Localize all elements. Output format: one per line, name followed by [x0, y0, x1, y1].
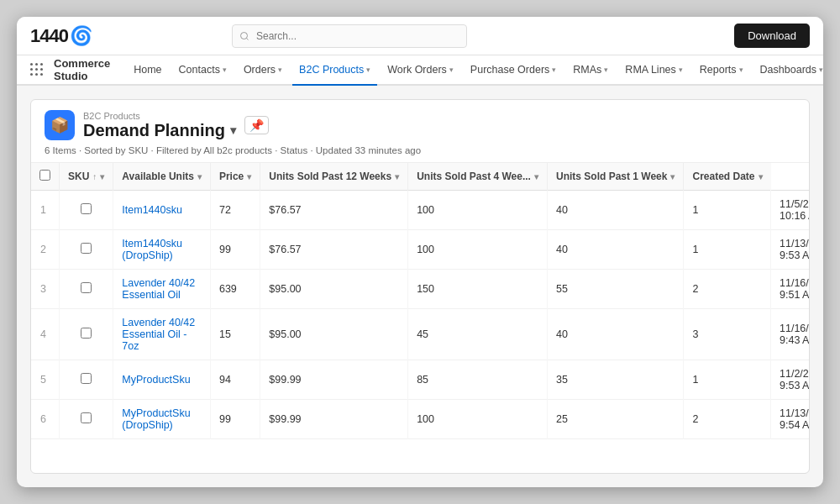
table-row: 4 Lavender 40/42 Essential Oil - 7oz 15 … — [31, 309, 809, 360]
row-checkbox-cell[interactable] — [60, 230, 113, 270]
table-row: 3 Lavender 40/42 Essential Oil 639 $95.0… — [31, 270, 809, 309]
page-title-text: Demand Planning — [83, 121, 225, 140]
cell-sku[interactable]: MyProductSku (DropShip) — [113, 400, 211, 439]
row-checkbox-cell[interactable] — [60, 400, 113, 439]
cell-price: $99.99 — [260, 360, 408, 400]
navbar: Commerce Studio Home Contacts ▾ Orders ▾… — [17, 55, 823, 86]
sku-link[interactable]: MyProductSku — [122, 374, 190, 386]
nav-brand: Commerce Studio — [54, 57, 110, 82]
cell-sku[interactable]: Item1440sku — [113, 191, 211, 230]
sku-link[interactable]: MyProductSku (DropShip) — [122, 407, 190, 431]
th-units-1w-label: Units Sold Past 1 Week — [556, 171, 668, 182]
cell-units-12w: 100 — [408, 230, 548, 270]
nav-item-work-orders[interactable]: Work Orders ▾ — [381, 55, 460, 86]
cell-units-1w: 1 — [684, 191, 771, 230]
row-number: 1 — [31, 191, 60, 230]
table-body: 1 Item1440sku 72 $76.57 100 40 1 11/5/20… — [31, 191, 809, 439]
cell-units-4w: 40 — [547, 191, 684, 230]
row-checkbox-cell[interactable] — [60, 270, 113, 309]
th-price-chevron[interactable]: ▾ — [247, 172, 251, 181]
download-button[interactable]: Download — [734, 24, 810, 48]
th-units-12w-label: Units Sold Past 12 Weeks — [269, 171, 391, 182]
cell-units-12w: 100 — [408, 400, 548, 439]
cell-sku[interactable]: Lavender 40/42 Essential Oil - 7oz — [113, 309, 211, 360]
nav-item-reports[interactable]: Reports ▾ — [693, 55, 750, 86]
th-units-4w-chevron[interactable]: ▾ — [534, 172, 538, 181]
row-checkbox[interactable] — [81, 282, 92, 293]
row-checkbox-cell[interactable] — [60, 360, 113, 400]
cell-units-4w: 35 — [547, 360, 684, 400]
page-subtitle: B2C Products — [83, 111, 236, 121]
table-wrapper: SKU ↑ ▾ Available Units ▾ — [31, 163, 809, 473]
cell-sku[interactable]: Item1440sku (DropShip) — [113, 230, 211, 270]
th-sku-label: SKU — [68, 171, 89, 182]
row-checkbox[interactable] — [81, 203, 92, 214]
row-checkbox[interactable] — [81, 412, 92, 423]
nav-item-home[interactable]: Home — [127, 55, 168, 86]
row-checkbox-cell[interactable] — [60, 191, 113, 230]
row-number: 3 — [31, 270, 60, 309]
th-created-date-label: Created Date — [692, 171, 754, 182]
row-number: 5 — [31, 360, 60, 400]
cell-units-1w: 1 — [684, 360, 771, 400]
th-created-date-chevron[interactable]: ▾ — [759, 172, 763, 181]
sku-link[interactable]: Item1440sku (DropShip) — [122, 238, 182, 261]
search-bar[interactable] — [232, 24, 467, 48]
col-filter-icon[interactable]: ▾ — [100, 172, 104, 181]
row-checkbox[interactable] — [81, 243, 92, 254]
search-input[interactable] — [232, 24, 467, 48]
cell-available-units: 99 — [210, 400, 260, 439]
main-window: 1440 🌀 Download Commerce Studio Home Con… — [17, 17, 823, 487]
cell-units-4w: 40 — [547, 230, 684, 270]
cell-units-1w: 1 — [684, 230, 771, 270]
cell-available-units: 15 — [210, 309, 260, 360]
th-sku[interactable]: SKU ↑ ▾ — [60, 163, 113, 191]
card-header: 📦 B2C Products Demand Planning ▾ 📌 6 Ite… — [31, 100, 809, 163]
sku-link[interactable]: Item1440sku — [122, 204, 182, 216]
th-created-date[interactable]: Created Date ▾ — [684, 163, 771, 191]
cell-units-12w: 85 — [408, 360, 548, 400]
th-units-12w[interactable]: Units Sold Past 12 Weeks ▾ — [260, 163, 408, 191]
pin-icon[interactable]: 📌 — [244, 116, 269, 134]
row-checkbox[interactable] — [81, 328, 92, 339]
th-units-4w-label: Units Sold Past 4 Wee... — [417, 171, 531, 182]
th-available-units-chevron[interactable]: ▾ — [197, 172, 202, 181]
th-units-12w-chevron[interactable]: ▾ — [395, 172, 399, 181]
row-checkbox-cell[interactable] — [60, 309, 113, 360]
cell-units-1w: 3 — [684, 309, 771, 360]
sku-link[interactable]: Lavender 40/42 Essential Oil - 7oz — [122, 317, 195, 352]
th-units-1w[interactable]: Units Sold Past 1 Week ▾ — [547, 163, 684, 191]
cell-sku[interactable]: MyProductSku — [113, 360, 211, 400]
nav-item-rma-lines[interactable]: RMA Lines ▾ — [618, 55, 689, 86]
main-card: 📦 B2C Products Demand Planning ▾ 📌 6 Ite… — [30, 99, 810, 474]
nav-item-contacts[interactable]: Contacts ▾ — [172, 55, 234, 86]
th-available-units[interactable]: Available Units ▾ — [113, 163, 211, 191]
nav-item-orders[interactable]: Orders ▾ — [237, 55, 289, 86]
th-available-units-label: Available Units — [122, 171, 194, 182]
nav-item-purchase-orders[interactable]: Purchase Orders ▾ — [464, 55, 563, 86]
cell-created-date: 11/5/2020, 10:16 AM — [771, 191, 810, 230]
sort-asc-icon: ↑ — [92, 172, 97, 181]
select-all-header[interactable] — [31, 163, 60, 191]
nav-item-dashboards[interactable]: Dashboards ▾ — [753, 55, 823, 86]
logo-text: 1440 — [30, 25, 68, 47]
th-units-1w-chevron[interactable]: ▾ — [670, 172, 675, 181]
app-grid-icon[interactable] — [30, 63, 44, 76]
cell-units-12w: 150 — [408, 270, 548, 309]
th-price-label: Price — [219, 171, 244, 182]
table-row: 2 Item1440sku (DropShip) 99 $76.57 100 4… — [31, 230, 809, 270]
select-all-checkbox[interactable] — [39, 170, 50, 181]
cell-sku[interactable]: Lavender 40/42 Essential Oil — [113, 270, 211, 309]
cell-created-date: 11/16/2020, 9:51 AM — [771, 270, 810, 309]
sku-link[interactable]: Lavender 40/42 Essential Oil — [122, 277, 195, 301]
topbar: 1440 🌀 Download — [17, 17, 823, 55]
title-chevron-icon[interactable]: ▾ — [230, 123, 236, 137]
th-price[interactable]: Price ▾ — [210, 163, 260, 191]
th-units-4w[interactable]: Units Sold Past 4 Wee... ▾ — [408, 163, 548, 191]
data-table: SKU ↑ ▾ Available Units ▾ — [31, 163, 809, 439]
nav-item-b2c-products[interactable]: B2C Products ▾ — [292, 55, 377, 86]
cell-units-12w: 45 — [408, 309, 548, 360]
nav-item-rmas[interactable]: RMAs ▾ — [566, 55, 615, 86]
table-row: 6 MyProductSku (DropShip) 99 $99.99 100 … — [31, 400, 809, 439]
row-checkbox[interactable] — [81, 373, 92, 384]
